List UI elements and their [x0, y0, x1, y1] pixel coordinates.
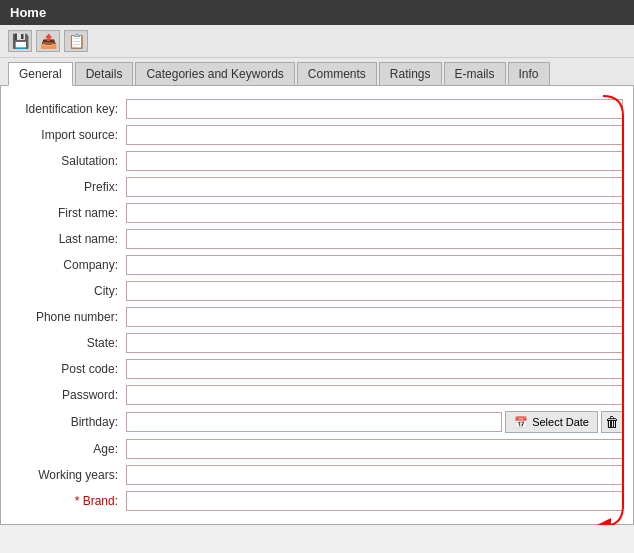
field-identification-key: Identification key:: [1, 96, 633, 122]
tab-general[interactable]: General: [8, 62, 73, 86]
field-birthday: Birthday: 📅 Select Date 🗑: [1, 408, 633, 436]
label-brand: * Brand:: [11, 494, 126, 508]
label-prefix: Prefix:: [11, 180, 126, 194]
input-import-source[interactable]: [126, 125, 623, 145]
input-working-years[interactable]: [126, 465, 623, 485]
input-brand[interactable]: [126, 491, 623, 511]
select-date-button[interactable]: 📅 Select Date: [505, 411, 598, 433]
save-button[interactable]: 💾: [8, 30, 32, 52]
label-company: Company:: [11, 258, 126, 272]
label-password: Password:: [11, 388, 126, 402]
tabs-bar: General Details Categories and Keywords …: [0, 58, 634, 86]
form-content: Identification key: Import source: Salut…: [0, 86, 634, 525]
input-age[interactable]: [126, 439, 623, 459]
input-city[interactable]: [126, 281, 623, 301]
field-city: City:: [1, 278, 633, 304]
field-post-code: Post code:: [1, 356, 633, 382]
toolbar: 💾 📤 📋: [0, 25, 634, 58]
input-salutation[interactable]: [126, 151, 623, 171]
field-brand: * Brand:: [1, 488, 633, 514]
label-city: City:: [11, 284, 126, 298]
label-last-name: Last name:: [11, 232, 126, 246]
label-first-name: First name:: [11, 206, 126, 220]
label-birthday: Birthday:: [11, 415, 126, 429]
tab-comments[interactable]: Comments: [297, 62, 377, 85]
label-phone-number: Phone number:: [11, 310, 126, 324]
field-password: Password:: [1, 382, 633, 408]
label-import-source: Import source:: [11, 128, 126, 142]
label-salutation: Salutation:: [11, 154, 126, 168]
field-company: Company:: [1, 252, 633, 278]
label-identification-key: Identification key:: [11, 102, 126, 116]
field-prefix: Prefix:: [1, 174, 633, 200]
title-label: Home: [10, 5, 46, 20]
field-last-name: Last name:: [1, 226, 633, 252]
input-last-name[interactable]: [126, 229, 623, 249]
input-state[interactable]: [126, 333, 623, 353]
field-state: State:: [1, 330, 633, 356]
field-age: Age:: [1, 436, 633, 462]
tab-details[interactable]: Details: [75, 62, 134, 85]
input-phone-number[interactable]: [126, 307, 623, 327]
field-working-years: Working years:: [1, 462, 633, 488]
field-salutation: Salutation:: [1, 148, 633, 174]
clear-birthday-button[interactable]: 🗑: [601, 411, 623, 433]
field-import-source: Import source:: [1, 122, 633, 148]
export-button[interactable]: 📋: [64, 30, 88, 52]
input-prefix[interactable]: [126, 177, 623, 197]
trash-icon: 🗑: [605, 414, 619, 430]
input-post-code[interactable]: [126, 359, 623, 379]
label-working-years: Working years:: [11, 468, 126, 482]
label-age: Age:: [11, 442, 126, 456]
calendar-icon: 📅: [514, 416, 528, 429]
label-state: State:: [11, 336, 126, 350]
title-bar: Home: [0, 0, 634, 25]
label-post-code: Post code:: [11, 362, 126, 376]
input-company[interactable]: [126, 255, 623, 275]
save-export-button[interactable]: 📤: [36, 30, 60, 52]
field-first-name: First name:: [1, 200, 633, 226]
input-password[interactable]: [126, 385, 623, 405]
tab-info[interactable]: Info: [508, 62, 550, 85]
input-identification-key[interactable]: [126, 99, 623, 119]
tab-emails[interactable]: E-mails: [444, 62, 506, 85]
tab-categories-keywords[interactable]: Categories and Keywords: [135, 62, 294, 85]
input-first-name[interactable]: [126, 203, 623, 223]
input-birthday[interactable]: [126, 412, 502, 432]
tab-ratings[interactable]: Ratings: [379, 62, 442, 85]
select-date-label: Select Date: [532, 416, 589, 428]
birthday-controls: 📅 Select Date 🗑: [126, 411, 623, 433]
field-phone-number: Phone number:: [1, 304, 633, 330]
